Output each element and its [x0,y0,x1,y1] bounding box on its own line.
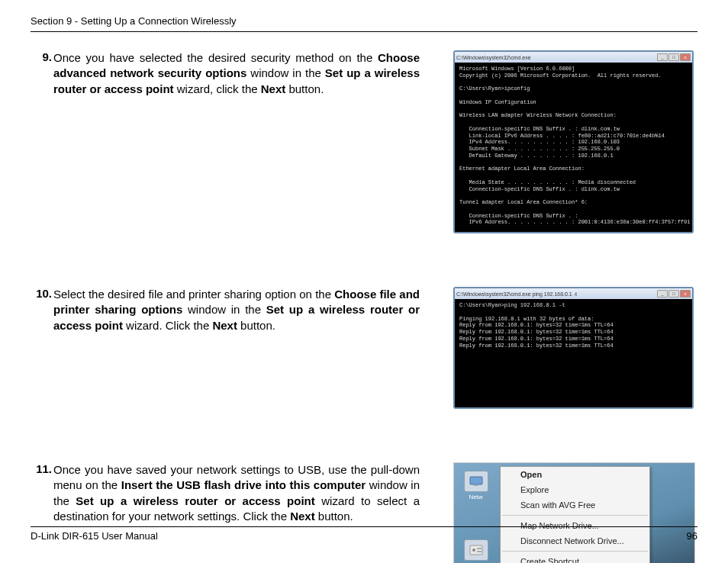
section-header: Section 9 - Setting Up a Connection Wire… [31,15,697,32]
close-button[interactable]: x [680,53,691,61]
bold-term: Next [261,82,286,95]
cmd-titlebar: C:\Windows\system32\cmd.exe ping 192.168… [455,288,692,299]
cmd-titlebar: C:\Windows\system32\cmd.exe _ □ x [455,52,692,63]
text-run: window in the [182,303,266,316]
bold-term: Next [290,510,315,523]
cmd-ping-window: C:\Windows\system32\cmd.exe ping 192.168… [453,287,694,409]
step-11-text: Once you have saved your network setting… [53,462,420,524]
menu-item[interactable]: Open [501,467,649,482]
step-number: 10. [31,287,53,333]
menu-item[interactable]: Create Shortcut [501,554,649,563]
footer-manual-title: D-Link DIR-615 User Manual [31,530,158,542]
cmd-output: C:\Users\Ryan>ping 192.168.0.1 -t Pingin… [455,299,692,407]
svg-point-3 [472,549,475,552]
cmd-ipconfig-window: C:\Windows\system32\cmd.exe _ □ x Micros… [453,50,694,233]
desktop-icon-network[interactable]: Netw [459,471,493,500]
network-icon [464,471,488,492]
svg-rect-0 [470,477,482,484]
desktop-icon-control[interactable]: Contro [459,539,493,563]
control-panel-icon [464,539,488,561]
menu-item[interactable]: Explore [501,482,649,497]
svg-rect-1 [474,484,478,486]
bold-term: Insert the USB flash drive into this com… [121,478,366,491]
text-run: Once you have selected the desired secur… [53,51,378,64]
minimize-button[interactable]: _ [657,290,668,298]
minimize-button[interactable]: _ [657,53,668,61]
maximize-button[interactable]: □ [668,53,679,61]
step-10-text: Select the desired file and printer shar… [53,287,420,333]
menu-separator [502,551,648,552]
text-run: button. [315,510,353,523]
text-run: wizard, click the [174,82,261,95]
desktop-screenshot: Netw Contro OpenExploreScan with AVG Fre… [453,462,695,563]
bold-term: Set up a wireless router or access point [76,494,314,507]
text-run: button. [285,82,324,95]
text-run: Select the desired file and printer shar… [53,288,334,301]
cmd-title: C:\Windows\system32\cmd.exe [456,55,531,60]
close-button[interactable]: x [680,290,691,298]
menu-separator [502,515,648,516]
svg-rect-2 [470,545,482,555]
text-run: button. [237,319,275,332]
context-menu: OpenExploreScan with AVG FreeMap Network… [500,466,650,563]
text-run: wizard. Click the [123,319,213,332]
desktop-icon-label: Netw [469,494,482,500]
svg-rect-5 [477,551,482,552]
text-run: window in the [246,66,324,79]
svg-rect-4 [477,548,482,549]
bold-term: Next [212,319,237,332]
step-9-text: Once you have selected the desired secur… [53,50,420,97]
footer-page-number: 96 [687,530,697,542]
cmd-title: C:\Windows\system32\cmd.exe ping 192.168… [456,291,577,297]
maximize-button[interactable]: □ [668,290,679,298]
step-number: 9. [31,50,53,97]
cmd-output: Microsoft Windows [Version 6.0.6000] Cop… [455,63,692,232]
step-number: 11. [31,462,53,524]
menu-item[interactable]: Scan with AVG Free [501,497,649,513]
